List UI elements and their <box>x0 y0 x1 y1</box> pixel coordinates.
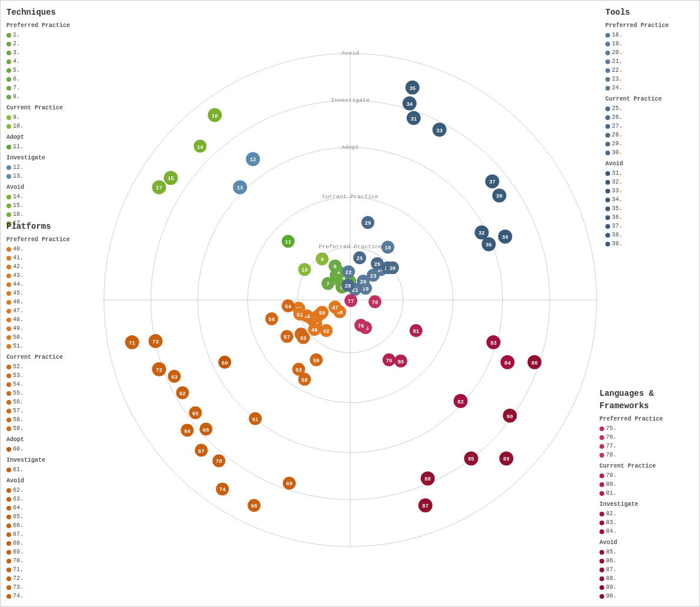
svg-text:55: 55 <box>300 336 307 342</box>
langfw-current-label: Current Practice <box>599 462 694 471</box>
svg-text:42: 42 <box>323 329 330 335</box>
svg-text:83: 83 <box>490 341 497 346</box>
tools-current-label: Current Practice <box>605 95 694 104</box>
svg-text:36: 36 <box>485 242 492 248</box>
svg-text:80: 80 <box>397 359 404 365</box>
svg-text:39: 39 <box>502 235 508 241</box>
svg-text:77: 77 <box>348 299 354 305</box>
svg-text:67: 67 <box>198 449 205 455</box>
svg-text:69: 69 <box>286 481 293 487</box>
svg-text:62: 62 <box>179 391 186 397</box>
svg-text:72: 72 <box>156 368 162 373</box>
svg-text:14: 14 <box>197 145 203 151</box>
svg-text:79: 79 <box>386 358 392 364</box>
langfw-title: Languages &Frameworks <box>599 388 694 412</box>
svg-text:9: 9 <box>320 257 323 263</box>
svg-text:50: 50 <box>319 311 326 316</box>
tools-title: Tools <box>605 6 694 19</box>
svg-text:30: 30 <box>389 266 396 272</box>
svg-text:84: 84 <box>504 361 511 366</box>
svg-text:68: 68 <box>251 503 257 509</box>
techniques-legend: Techniques Preferred Practice 1. 2. 3. 4… <box>6 6 89 228</box>
svg-text:23: 23 <box>370 274 377 279</box>
langfw-legend: Languages &Frameworks Preferred Practice… <box>599 388 694 601</box>
svg-text:34: 34 <box>406 102 413 108</box>
svg-text:Investigate: Investigate <box>331 97 370 104</box>
svg-text:71: 71 <box>129 341 135 346</box>
techniques-current-label: Current Practice <box>6 104 89 112</box>
platforms-preferred-label: Preferred Practice <box>6 235 89 244</box>
svg-text:46: 46 <box>312 328 318 333</box>
svg-text:76: 76 <box>358 323 364 329</box>
platforms-legend: Platforms Preferred Practice 40. 41. 42.… <box>6 221 89 601</box>
svg-text:Avoid: Avoid <box>341 50 359 56</box>
platforms-adopt-label: Adopt <box>6 435 89 444</box>
platforms-current-label: Current Practice <box>6 353 89 362</box>
svg-text:11: 11 <box>285 239 292 245</box>
svg-text:70: 70 <box>216 459 222 465</box>
svg-text:87: 87 <box>422 503 428 509</box>
svg-text:53: 53 <box>296 368 302 373</box>
svg-text:33: 33 <box>436 128 443 134</box>
svg-text:64: 64 <box>184 429 190 435</box>
svg-text:Adopt: Adopt <box>341 144 359 151</box>
tools-preferred-label: Preferred Practice <box>605 21 694 30</box>
svg-text:6: 6 <box>333 264 336 270</box>
svg-text:66: 66 <box>203 428 209 433</box>
svg-text:31: 31 <box>410 116 417 122</box>
tools-avoid-label: Avoid <box>605 159 694 168</box>
radar-chart: Avoid Investigate Adopt Current Practice… <box>1 1 699 606</box>
tools-legend: Tools Preferred Practice 18. 19. 20. 21.… <box>605 6 694 248</box>
svg-text:47: 47 <box>332 305 339 311</box>
svg-text:73: 73 <box>152 339 159 345</box>
svg-text:82: 82 <box>457 399 464 405</box>
techniques-investigate-label: Investigate <box>6 154 89 162</box>
svg-text:37: 37 <box>489 179 495 185</box>
platforms-investigate-label: Investigate <box>6 456 89 465</box>
svg-text:51: 51 <box>297 312 303 318</box>
svg-text:56: 56 <box>269 317 275 323</box>
svg-text:89: 89 <box>503 456 510 462</box>
svg-text:7: 7 <box>326 282 329 288</box>
svg-text:29: 29 <box>365 221 371 226</box>
svg-text:65: 65 <box>192 411 199 417</box>
svg-text:60: 60 <box>222 361 228 366</box>
techniques-adopt-label: Adopt <box>6 133 89 142</box>
svg-text:25: 25 <box>357 256 363 262</box>
svg-text:61: 61 <box>252 417 259 423</box>
svg-text:28: 28 <box>345 284 351 289</box>
langfw-investigate-label: Investigate <box>599 500 694 509</box>
techniques-title: Techniques <box>6 6 89 19</box>
platforms-avoid-label: Avoid <box>6 476 89 485</box>
svg-text:59: 59 <box>313 358 320 364</box>
svg-text:78: 78 <box>372 300 379 306</box>
techniques-avoid-label: Avoid <box>6 183 89 192</box>
svg-text:88: 88 <box>424 476 431 482</box>
svg-text:81: 81 <box>413 329 419 335</box>
svg-text:13: 13 <box>237 185 243 191</box>
svg-text:12: 12 <box>250 157 256 163</box>
svg-text:16: 16 <box>212 114 218 119</box>
svg-text:26: 26 <box>374 262 381 268</box>
svg-text:Current Practice: Current Practice <box>322 194 379 200</box>
svg-text:17: 17 <box>156 185 162 191</box>
svg-text:Preferred Practice: Preferred Practice <box>319 244 382 250</box>
svg-text:58: 58 <box>302 378 308 383</box>
svg-text:86: 86 <box>531 361 538 366</box>
svg-text:38: 38 <box>496 194 503 199</box>
langfw-preferred-label: Preferred Practice <box>599 415 694 423</box>
svg-text:57: 57 <box>284 335 290 341</box>
svg-text:35: 35 <box>409 86 416 92</box>
svg-text:90: 90 <box>507 414 513 420</box>
svg-text:10: 10 <box>302 268 308 274</box>
techniques-preferred-label: Preferred Practice <box>6 21 89 30</box>
svg-text:54: 54 <box>285 304 292 310</box>
svg-text:20: 20 <box>360 279 367 285</box>
main-container: Avoid Investigate Adopt Current Practice… <box>0 0 700 607</box>
svg-text:15: 15 <box>168 176 174 182</box>
svg-text:18: 18 <box>384 245 391 251</box>
svg-text:63: 63 <box>171 375 177 381</box>
svg-text:85: 85 <box>468 456 474 462</box>
platforms-title: Platforms <box>6 221 89 233</box>
svg-text:32: 32 <box>478 231 485 236</box>
